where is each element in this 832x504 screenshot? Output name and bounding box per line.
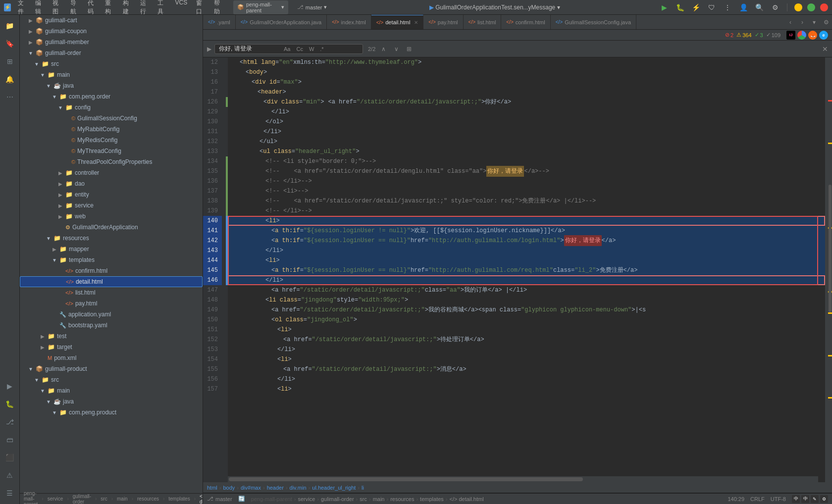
branch-selector[interactable]: ⎇ master ▾	[293, 3, 331, 11]
tab-pay-html[interactable]: </> pay.html	[423, 15, 463, 30]
tree-item-gulimall-order[interactable]: ▼ 📦 gulimall-order	[20, 48, 203, 58]
chrome-icon[interactable]	[797, 31, 806, 40]
tree-item-ThreadPoolConfigProperties[interactable]: © ThreadPoolConfigProperties	[20, 156, 203, 167]
tree-item-pay-html[interactable]: </> pay.html	[20, 298, 203, 309]
tab-confirm-html[interactable]: </> confirm.html	[501, 15, 550, 30]
breadcrumb-div-min[interactable]: div.min	[290, 485, 307, 491]
tree-item-gulimall-product[interactable]: ▼ 📦 gulimall-product	[20, 363, 203, 374]
minimize-button[interactable]: —	[794, 3, 802, 11]
tree-item-service[interactable]: ▶ 📁 service	[20, 200, 203, 211]
settings-button[interactable]: ⚙	[769, 1, 781, 13]
tree-item-pom-xml[interactable]: M pom.xml	[20, 353, 203, 363]
search-next-button[interactable]: ∨	[391, 44, 401, 54]
tree-item-dao[interactable]: ▶ 📁 dao	[20, 178, 203, 189]
search-input[interactable]	[219, 46, 278, 52]
tree-item-java[interactable]: ▼ ☕ java	[20, 80, 203, 91]
word-button[interactable]: W	[308, 46, 315, 52]
tree-item-gulimall-cart[interactable]: ▶ 📦 gulimall-cart	[20, 15, 203, 26]
tab-application-java[interactable]: </> GulimallOrderApplication.java	[236, 15, 327, 30]
case-sensitive-button[interactable]: Aa	[282, 46, 292, 52]
tab-settings-button[interactable]: ⚙	[820, 16, 832, 28]
sidebar-more-icon[interactable]: ⋯	[2, 89, 18, 105]
run-button[interactable]: ▶	[658, 1, 670, 13]
tab-scroll-left-button[interactable]: ‹	[784, 16, 796, 28]
tree-item-main[interactable]: ▼ 📁 main	[20, 69, 203, 80]
tree-item-src[interactable]: ▼ 📁 src	[20, 58, 203, 69]
code-content[interactable]: <html lang="en" xmlns:th="http://www.thy…	[228, 57, 825, 482]
sidebar-services-icon[interactable]: ☰	[2, 485, 18, 501]
user-button[interactable]: 👤	[737, 1, 749, 13]
tree-item-test[interactable]: ▶ 📁 test	[20, 331, 203, 342]
breadcrumb-div-max[interactable]: div#max	[241, 485, 261, 491]
tree-item-target[interactable]: ▶ 📁 target	[20, 342, 203, 353]
search-prev-button[interactable]: ∧	[378, 44, 388, 54]
tree-item-GulimallOrderApplication[interactable]: ⚙ GulimallOrderApplication	[20, 222, 203, 233]
tree-item-application-yaml[interactable]: 🔧 application.yaml	[20, 309, 203, 320]
search-filter-button[interactable]: ⊞	[404, 44, 414, 54]
coverage-button[interactable]: 🛡	[706, 1, 718, 13]
breadcrumb-body[interactable]: body	[223, 485, 235, 491]
tree-item-confirm-html[interactable]: </> confirm.html	[20, 265, 203, 276]
close-button[interactable]: ✕	[820, 3, 828, 11]
tree-item-entity[interactable]: ▶ 📁 entity	[20, 189, 203, 200]
tab-detail-html[interactable]: </> detail.html ✕	[371, 15, 424, 30]
profile-button[interactable]: ⚡	[690, 1, 702, 13]
tab-overflow-button[interactable]: ▾	[808, 16, 820, 28]
case-option-button[interactable]: Cc	[295, 46, 304, 52]
breadcrumb-ul[interactable]: ul.header_ul_right	[312, 485, 356, 491]
tree-item-com-peng-product[interactable]: ▼ 📁 com.peng.product	[20, 407, 203, 418]
tree-item-templates[interactable]: ▼ 📁 templates	[20, 254, 203, 265]
tab-session-config[interactable]: </> GulimallSessionConfig.java	[551, 15, 636, 30]
tree-item-MyRedisConfig[interactable]: © MyRedisConfig	[20, 135, 203, 146]
tree-item-MyThreadConfig[interactable]: © MyThreadConfig	[20, 146, 203, 156]
ie-icon[interactable]: e	[819, 31, 828, 40]
sidebar-problems-icon[interactable]: ⚠	[2, 467, 18, 483]
more-run-button[interactable]: ⋮	[722, 1, 733, 13]
project-selector[interactable]: 📦 peng-mall-parent ▾	[233, 0, 288, 14]
tab-list-html[interactable]: </> list.html	[464, 15, 502, 30]
code-editor[interactable]: 12 13 16 17 126 129 130 131 132 133 134 …	[203, 57, 832, 482]
tree-item-java-product[interactable]: ▼ ☕ java	[20, 396, 203, 407]
sidebar-run-icon[interactable]: ▶	[2, 378, 18, 394]
regex-button[interactable]: .*	[318, 46, 325, 52]
maximize-button[interactable]: □	[807, 3, 815, 11]
tree-item-GulimallSessionConfig[interactable]: © GulimallSessionConfig	[20, 113, 203, 124]
sidebar-bookmark-icon[interactable]: 🔖	[2, 36, 18, 51]
horizontal-scrollbar-thumb[interactable]	[229, 477, 583, 481]
search-close-button[interactable]: ✕	[822, 45, 828, 53]
breadcrumb-html[interactable]: html	[207, 485, 217, 491]
search-everywhere-button[interactable]: 🔍	[753, 1, 765, 13]
firefox-icon[interactable]: 🦊	[808, 31, 817, 40]
sidebar-git-icon[interactable]: ⎇	[2, 414, 18, 430]
tab-scroll-right-button[interactable]: ›	[796, 16, 808, 28]
tree-item-gulimall-coupon[interactable]: ▶ 📦 gulimall-coupon	[20, 26, 203, 37]
sidebar-project-icon[interactable]: 📁	[2, 18, 18, 34]
sidebar-notifications-icon[interactable]: 🔔	[2, 71, 18, 87]
sidebar-structure-icon[interactable]: ⊞	[2, 53, 18, 69]
vertical-scrollbar-thumb[interactable]	[829, 185, 832, 312]
tree-item-src-product[interactable]: ▼ 📁 src	[20, 374, 203, 385]
tree-item-main-product[interactable]: ▼ 📁 main	[20, 385, 203, 396]
horizontal-scrollbar[interactable]	[228, 476, 818, 482]
sidebar-database-icon[interactable]: 🗃	[2, 432, 18, 448]
tree-item-config[interactable]: ▼ 📁 config	[20, 102, 203, 113]
tree-item-bootstrap-yaml[interactable]: 🔧 bootstrap.yaml	[20, 320, 203, 331]
sidebar-debug-icon[interactable]: 🐛	[2, 396, 18, 412]
debug-button[interactable]: 🐛	[674, 1, 686, 13]
tree-item-gulimall-member[interactable]: ▶ 📦 gulimall-member	[20, 37, 203, 48]
tab-detail-close-button[interactable]: ✕	[414, 20, 418, 25]
tree-item-MyRabbitConfig[interactable]: © MyRabbitConfig	[20, 124, 203, 135]
tree-item-resources[interactable]: ▼ 📁 resources	[20, 233, 203, 244]
tree-item-controller[interactable]: ▶ 📁 controller	[20, 167, 203, 178]
breadcrumb-header[interactable]: header	[267, 485, 284, 491]
sidebar-terminal-icon[interactable]: ⬛	[2, 450, 18, 465]
tree-item-com-peng-order[interactable]: ▼ 📁 com.peng.order	[20, 91, 203, 102]
tree-item-mapper[interactable]: ▶ 📁 mapper	[20, 244, 203, 254]
tree-item-detail-html[interactable]: </> detail.html	[20, 276, 203, 287]
intellij-icon[interactable]: IJ	[786, 31, 795, 40]
tab-yaml[interactable]: </> .yaml	[203, 15, 236, 30]
breadcrumb-li[interactable]: li	[362, 485, 364, 491]
tree-item-web[interactable]: ▶ 📁 web	[20, 211, 203, 222]
tree-item-list-html[interactable]: </> list.html	[20, 287, 203, 298]
tab-index-html[interactable]: </> index.html	[327, 15, 371, 30]
